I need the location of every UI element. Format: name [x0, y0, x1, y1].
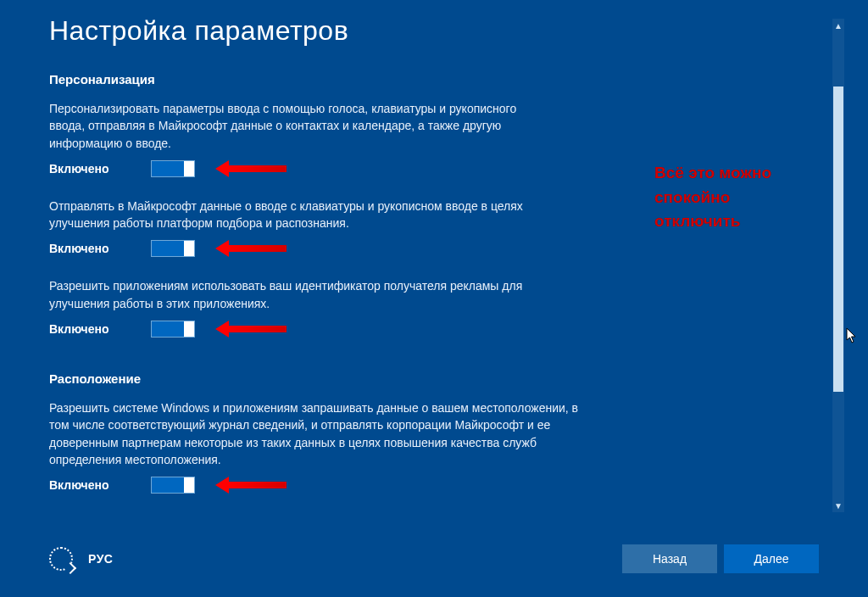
toggle-state-label: Включено [49, 322, 125, 336]
bottom-left: РУС [49, 547, 113, 571]
section-heading: Расположение [49, 371, 819, 386]
page-title: Настройка параметров [49, 15, 819, 47]
option-row: Включено [49, 240, 549, 257]
option-row: Включено [49, 160, 549, 177]
annotation-arrow-icon [227, 482, 287, 488]
bottom-bar: РУС Назад Далее [0, 536, 868, 597]
option-advertising-id: Разрешить приложениям использовать ваш и… [49, 277, 549, 338]
option-desc: Отправлять в Майкрософт данные о вводе с… [49, 198, 549, 232]
toggle-switch[interactable] [151, 160, 195, 177]
toggle-switch[interactable] [151, 477, 195, 494]
toggle-knob [184, 321, 194, 337]
toggle-state-label: Включено [49, 162, 125, 176]
scrollbar[interactable]: ▲ ▼ [832, 19, 844, 512]
option-desc: Разрешить системе Windows и приложениям … [49, 399, 583, 468]
option-row: Включено [49, 477, 583, 494]
toggle-knob [184, 241, 194, 256]
settings-page: Настройка параметров Персонализация Перс… [0, 0, 868, 597]
section-personalization: Персонализация Персонализировать парамет… [49, 72, 819, 338]
annotation-arrow-icon [227, 245, 287, 252]
option-typing-data: Отправлять в Майкрософт данные о вводе с… [49, 198, 549, 258]
toggle-state-label: Включено [49, 242, 125, 255]
option-location: Разрешить системе Windows и приложениям … [49, 399, 583, 494]
toggle-knob [184, 477, 194, 493]
section-location: Расположение Разрешить системе Windows и… [49, 371, 819, 494]
back-button[interactable]: Назад [622, 544, 717, 573]
section-heading: Персонализация [49, 72, 819, 86]
option-input-personalization: Персонализировать параметры ввода с помо… [49, 100, 549, 177]
option-desc: Разрешить приложениям использовать ваш и… [49, 277, 549, 312]
annotation-arrow-icon [227, 165, 287, 172]
toggle-switch[interactable] [151, 321, 195, 338]
toggle-knob [184, 161, 194, 176]
scrollbar-thumb[interactable] [833, 86, 843, 392]
ease-of-access-icon[interactable] [49, 547, 73, 571]
mouse-cursor-icon [846, 327, 858, 344]
language-indicator[interactable]: РУС [88, 552, 113, 566]
scroll-down-icon[interactable]: ▼ [832, 499, 844, 512]
scroll-up-icon[interactable]: ▲ [832, 19, 844, 32]
toggle-switch[interactable] [151, 240, 195, 257]
option-desc: Персонализировать параметры ввода с помо… [49, 100, 549, 152]
annotation-arrow-icon [227, 326, 287, 332]
toggle-state-label: Включено [49, 478, 125, 492]
bottom-right: Назад Далее [622, 544, 819, 573]
option-row: Включено [49, 321, 549, 338]
next-button[interactable]: Далее [724, 544, 819, 573]
